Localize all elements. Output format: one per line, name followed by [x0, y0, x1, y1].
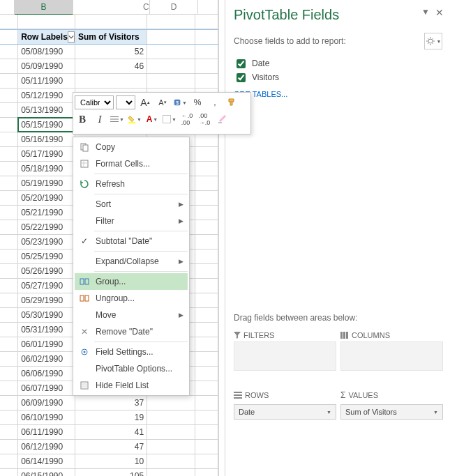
italic-icon[interactable]: I [92, 112, 107, 127]
value-cell[interactable]: 46 [75, 59, 147, 73]
date-cell[interactable]: 05/15/1990 [18, 118, 75, 132]
menu-filter[interactable]: Filter▶ [75, 213, 188, 229]
menu-ungroup[interactable]: Ungroup... [75, 290, 188, 307]
date-cell[interactable]: 06/02/1990 [18, 352, 75, 366]
date-cell[interactable]: 06/14/1990 [18, 454, 75, 468]
date-cell[interactable]: 05/31/1990 [18, 323, 75, 337]
rows-area[interactable]: ROWS Date▼ [234, 389, 336, 431]
date-cell[interactable]: 05/30/1990 [18, 308, 75, 322]
col-header-d[interactable]: D [150, 0, 199, 14]
accounting-format-icon[interactable]: $▼ [172, 95, 188, 110]
menu-sort[interactable]: Sort▶ [75, 196, 188, 213]
comma-icon[interactable]: , [207, 95, 223, 110]
field-date[interactable]: Date [234, 56, 442, 70]
font-color-icon[interactable]: A▼ [144, 112, 160, 127]
menu-refresh[interactable]: Refresh [75, 176, 188, 192]
value-cell[interactable] [75, 74, 147, 88]
menu-copy[interactable]: Copy [75, 139, 188, 155]
date-cell[interactable]: 05/19/1990 [18, 176, 75, 190]
menu-field-settings[interactable]: Field Settings... [75, 344, 188, 360]
value-cell[interactable]: 47 [75, 440, 147, 454]
date-cell[interactable]: 05/27/1990 [18, 279, 75, 293]
menu-move[interactable]: Move▶ [75, 307, 188, 323]
col-header-next[interactable] [198, 0, 218, 14]
date-cell[interactable]: 05/29/1990 [18, 293, 75, 307]
filters-area[interactable]: FILTERS [234, 329, 336, 385]
format-painter-icon[interactable] [225, 95, 240, 110]
value-cell[interactable]: 37 [75, 396, 147, 410]
columns-area[interactable]: COLUMNS [340, 329, 443, 385]
filter-dropdown-icon[interactable] [68, 31, 75, 43]
more-tables-link[interactable]: ORE TABLES... [234, 90, 442, 98]
value-cell[interactable]: 19 [75, 410, 147, 424]
table-row[interactable]: 05/09/199046 [0, 59, 218, 74]
date-cell[interactable]: 05/11/1990 [18, 74, 75, 88]
menu-format-cells[interactable]: Format Cells... [75, 155, 188, 172]
date-cell[interactable]: 06/15/1990 [18, 469, 75, 476]
pane-menu-icon[interactable]: ▼ [421, 7, 430, 18]
table-row[interactable]: 06/14/199010 [0, 454, 218, 469]
align-icon[interactable]: ▼ [110, 112, 125, 127]
font-size-select[interactable]: 11 [116, 95, 135, 109]
percent-icon[interactable]: % [190, 95, 205, 110]
value-cell[interactable]: 105 [75, 469, 147, 476]
date-cell[interactable]: 05/09/1990 [18, 59, 75, 73]
date-cell[interactable]: 05/26/1990 [18, 264, 75, 278]
table-row[interactable]: 05/11/1990 [0, 74, 218, 89]
clear-format-icon[interactable] [214, 112, 230, 127]
date-cell[interactable]: 05/16/1990 [18, 132, 75, 146]
value-cell[interactable]: 10 [75, 454, 147, 468]
values-pill-sum[interactable]: Sum of Visitors▼ [340, 404, 443, 420]
date-cell[interactable]: 05/12/1990 [18, 89, 75, 102]
font-select[interactable]: Calibri [75, 95, 114, 109]
table-row[interactable]: 06/11/199041 [0, 425, 218, 440]
menu-subtotal[interactable]: ✓Subtotal "Date" [75, 233, 188, 249]
borders-icon[interactable]: ▼ [162, 112, 177, 127]
field-date-checkbox[interactable] [237, 59, 246, 68]
value-cell[interactable]: 52 [75, 45, 147, 59]
date-cell[interactable]: 05/13/1990 [18, 103, 75, 117]
select-all-corner[interactable] [0, 0, 15, 14]
date-cell[interactable]: 06/01/1990 [18, 337, 75, 351]
date-cell[interactable]: 05/20/1990 [18, 191, 75, 205]
table-row[interactable]: 05/08/199052 [0, 45, 218, 59]
date-cell[interactable]: 05/08/1990 [18, 45, 75, 59]
increase-decimal-icon[interactable]: ←.0.00 [179, 112, 195, 127]
date-cell[interactable]: 05/18/1990 [18, 162, 75, 176]
menu-hide-field-list[interactable]: Hide Field List [75, 377, 188, 394]
menu-remove[interactable]: ✕Remove "Date" [75, 323, 188, 340]
date-cell[interactable]: 06/06/1990 [18, 367, 75, 381]
date-cell[interactable]: 06/09/1990 [18, 396, 75, 410]
date-cell[interactable]: 06/07/1990 [18, 381, 75, 395]
close-icon[interactable]: ✕ [435, 7, 444, 18]
row-labels-header[interactable]: Row Labels [18, 30, 75, 44]
date-cell[interactable]: 06/11/1990 [18, 425, 75, 439]
menu-pivot-options[interactable]: PivotTable Options... [75, 360, 188, 377]
table-row[interactable]: 06/12/199047 [0, 440, 218, 454]
date-cell[interactable]: 06/12/1990 [18, 440, 75, 454]
menu-expand-collapse[interactable]: Expand/Collapse▶ [75, 253, 188, 270]
field-visitors-checkbox[interactable] [237, 73, 246, 82]
fill-color-icon[interactable]: ▼ [127, 112, 142, 127]
date-cell[interactable]: 05/25/1990 [18, 249, 75, 263]
date-cell[interactable]: 05/22/1990 [18, 220, 75, 234]
rows-pill-date[interactable]: Date▼ [234, 404, 336, 420]
field-visitors[interactable]: Visitors [234, 70, 442, 84]
date-cell[interactable]: 05/17/1990 [18, 147, 75, 161]
gear-icon[interactable]: ▼ [424, 33, 442, 49]
values-area[interactable]: ΣVALUES Sum of Visitors▼ [340, 389, 443, 431]
sum-visitors-header[interactable]: Sum of Visitors [75, 30, 147, 44]
table-row[interactable]: 06/09/199037 [0, 396, 218, 410]
table-row[interactable]: 06/15/1990105 [0, 469, 218, 476]
shrink-font-icon[interactable]: A▾ [155, 95, 170, 110]
bold-icon[interactable]: B [75, 112, 90, 127]
date-cell[interactable]: 06/10/1990 [18, 410, 75, 424]
date-cell[interactable]: 05/21/1990 [18, 206, 75, 220]
decrease-decimal-icon[interactable]: .00→.0 [197, 112, 212, 127]
value-cell[interactable]: 41 [75, 425, 147, 439]
col-header-b[interactable]: B [15, 0, 74, 15]
col-header-c[interactable]: C [73, 0, 149, 14]
table-row[interactable]: 06/10/199019 [0, 410, 218, 425]
grow-font-icon[interactable]: A▴ [137, 95, 153, 110]
menu-group[interactable]: Group... [75, 273, 188, 290]
